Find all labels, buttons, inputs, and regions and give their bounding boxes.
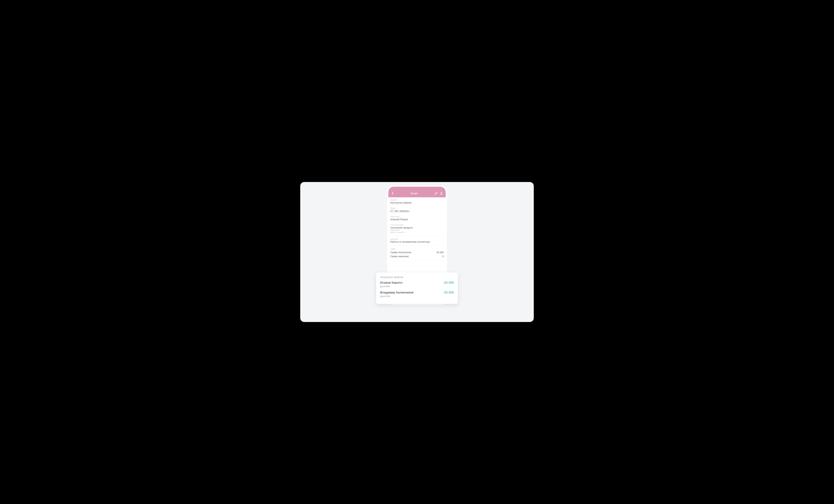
amount-to-customer-row: Сумма заказчику 0 xyxy=(390,254,444,258)
customer-value[interactable]: Константин Иванов xyxy=(390,201,444,204)
share-icon[interactable] xyxy=(440,192,443,195)
recipient-header: Исаков Кирилл -25 000 xyxy=(380,281,454,284)
customer-label: Заказчик xyxy=(390,199,444,201)
amount-field: Сумма Сумма получателю 50 000 Сумма зака… xyxy=(390,246,444,260)
recipient-label: Получатель xyxy=(390,216,444,217)
recipient-header: Владимир Калинников -25 000 xyxy=(380,291,454,294)
amount-to-recipient-value: 50 000 xyxy=(437,251,444,254)
back-icon[interactable] xyxy=(391,192,394,195)
profit-recipients-card: Получатели прибыли Исаков Кирилл -25 000… xyxy=(376,273,458,304)
canvas: Отчёт Заказчик Константин Иванов xyxy=(300,182,534,322)
description-label: Описание xyxy=(390,238,444,240)
recipient-name: Владимир Калинников xyxy=(380,291,414,294)
expense-markup: Наценка 0% xyxy=(390,229,444,231)
recipient-amount: -25 000 xyxy=(443,291,454,294)
page-title: Отчёт xyxy=(394,192,434,195)
recipient-row: Владимир Калинников -25 000 Доля 50% xyxy=(380,291,454,298)
amount-to-recipient-row: Сумма получателю 50 000 xyxy=(390,250,444,254)
expense-label: Статья расходов xyxy=(390,224,444,226)
edit-icon[interactable] xyxy=(434,192,438,195)
recipient-value[interactable]: Алексей Петров xyxy=(390,218,444,221)
profit-recipients-title: Получатели прибыли xyxy=(380,276,454,278)
expense-tax: Налог: не число% xyxy=(390,231,444,233)
header-actions xyxy=(434,192,443,195)
expense-value: Улучшение продукта xyxy=(390,226,444,229)
app-header: Отчёт xyxy=(388,187,446,197)
recipient-name: Исаков Кирилл xyxy=(380,281,402,284)
recipient-share: Доля 50% xyxy=(380,285,454,288)
customer-field: Заказчик Константин Иванов xyxy=(390,197,444,206)
recipient-amount: -25 000 xyxy=(443,281,454,284)
project-value[interactable]: 27 | ЖК «Берлин» xyxy=(390,210,444,212)
description-field: Описание Работы по исправлению коллектор… xyxy=(390,236,444,245)
project-field: Проект 27 | ЖК «Берлин» xyxy=(390,206,444,214)
amount-label: Сумма xyxy=(390,248,444,250)
recipient-field: Получатель Алексей Петров xyxy=(390,214,444,222)
project-label: Проект xyxy=(390,207,444,209)
description-value: Работы по исправлению коллектора xyxy=(390,240,444,243)
amount-to-customer-value: 0 xyxy=(442,255,444,258)
recipient-row: Исаков Кирилл -25 000 Доля 50% xyxy=(380,281,454,288)
amount-to-customer-label: Сумма заказчику xyxy=(390,255,409,258)
expense-field: Статья расходов Улучшение продукта Нацен… xyxy=(390,222,444,235)
recipient-share: Доля 50% xyxy=(380,295,454,298)
amount-to-recipient-label: Сумма получателю xyxy=(390,251,411,254)
